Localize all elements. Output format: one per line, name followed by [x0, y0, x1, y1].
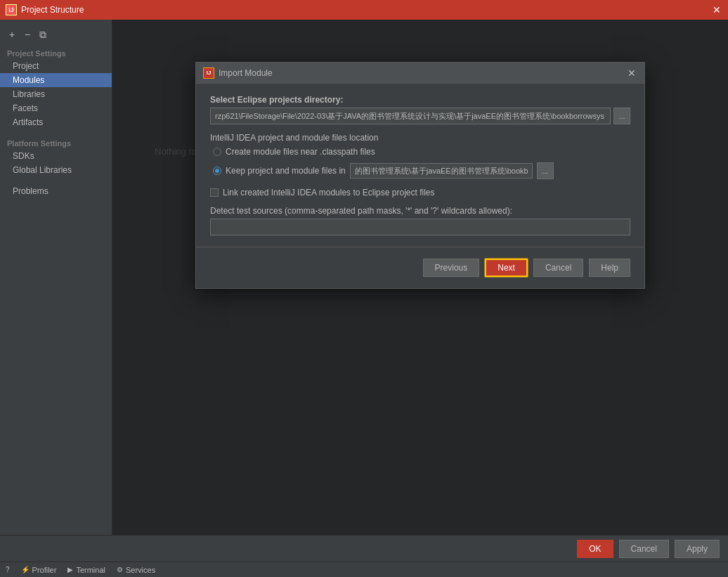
services-label: Services: [126, 566, 155, 574]
status-bar: ? ⚡ Profiler ▶ Terminal ⚙ Services: [0, 562, 728, 577]
content-area: + − ⧉ Project Settings Project Modules L…: [0, 20, 728, 535]
dialog-footer: Previous Next Cancel Help: [196, 247, 644, 288]
dialog-title-left: IJ Import Module: [203, 67, 273, 79]
detect-input[interactable]: [210, 219, 630, 235]
dialog-app-icon: IJ: [203, 67, 214, 79]
help-icon-item[interactable]: ?: [6, 566, 10, 573]
dialog-title: Import Module: [219, 68, 273, 78]
radio-item-classpath: Create module files near .classpath file…: [213, 147, 630, 157]
import-module-dialog: IJ Import Module ✕ Select Eclipse projec…: [195, 62, 645, 289]
sidebar-item-global-libraries[interactable]: Global Libraries: [0, 163, 112, 177]
main-window: IJ Project Structure ✕ + − ⧉ Project Set…: [0, 0, 728, 577]
question-icon: ?: [6, 566, 10, 573]
dialog-body: Select Eclipse projects directory: ... I…: [196, 84, 644, 247]
sidebar-item-project[interactable]: Project: [0, 59, 112, 73]
services-item[interactable]: ⚙ Services: [117, 566, 155, 574]
profiler-label: Profiler: [32, 566, 57, 574]
sidebar-item-sdks[interactable]: SDKs: [0, 149, 112, 163]
title-bar-left: IJ Project Structure: [6, 4, 84, 15]
sidebar-item-facets[interactable]: Facets: [0, 101, 112, 115]
link-checkbox[interactable]: [210, 188, 219, 197]
profiler-item[interactable]: ⚡ Profiler: [21, 566, 57, 574]
app-icon: IJ: [6, 4, 17, 15]
checkbox-row: Link created IntelliJ IDEA modules to Ec…: [210, 188, 630, 197]
directory-input-row: ...: [210, 108, 630, 124]
directory-label: Select Eclipse projects directory:: [210, 95, 630, 105]
terminal-item[interactable]: ▶ Terminal: [67, 566, 105, 574]
sidebar-item-artifacts[interactable]: Artifacts: [0, 115, 112, 129]
bottom-cancel-button[interactable]: Cancel: [619, 540, 669, 558]
radio-keep-label: Keep project and module files in: [226, 166, 346, 176]
radio-classpath-label: Create module files near .classpath file…: [226, 147, 375, 157]
ok-button[interactable]: OK: [577, 540, 613, 558]
remove-button[interactable]: −: [21, 28, 34, 41]
project-settings-label: Project Settings: [0, 46, 112, 59]
sidebar: + − ⧉ Project Settings Project Modules L…: [0, 20, 112, 535]
next-button[interactable]: Next: [485, 259, 528, 277]
modal-overlay: IJ Import Module ✕ Select Eclipse projec…: [112, 20, 728, 535]
title-bar: IJ Project Structure ✕: [0, 0, 728, 20]
link-checkbox-label: Link created IntelliJ IDEA modules to Ec…: [223, 188, 434, 197]
radio-group: Create module files near .classpath file…: [210, 147, 630, 179]
keep-path-input[interactable]: [350, 163, 533, 179]
dialog-close-button[interactable]: ✕: [626, 67, 637, 79]
profiler-icon: ⚡: [21, 566, 30, 573]
detect-label: Detect test sources (comma-separated pat…: [210, 206, 630, 216]
sidebar-nav: + − ⧉: [0, 25, 112, 46]
location-section: IntelliJ IDEA project and module files l…: [210, 133, 630, 179]
platform-settings-label: Platform Settings: [0, 136, 112, 149]
sidebar-item-modules[interactable]: Modules: [0, 73, 112, 87]
radio-item-keep: Keep project and module files in ...: [213, 162, 630, 179]
terminal-label: Terminal: [76, 566, 105, 574]
sidebar-item-problems[interactable]: Problems: [0, 184, 112, 198]
dialog-title-bar: IJ Import Module ✕: [196, 63, 644, 84]
previous-button[interactable]: Previous: [423, 259, 480, 277]
browse-button[interactable]: ...: [613, 108, 630, 124]
cancel-button[interactable]: Cancel: [533, 259, 583, 277]
bottom-toolbar: OK Cancel Apply: [0, 535, 728, 562]
location-label: IntelliJ IDEA project and module files l…: [210, 133, 630, 143]
keep-browse-button[interactable]: ...: [537, 162, 554, 179]
sidebar-item-libraries[interactable]: Libraries: [0, 87, 112, 101]
help-button[interactable]: Help: [589, 259, 630, 277]
directory-section: Select Eclipse projects directory: ...: [210, 95, 630, 124]
detect-section: Detect test sources (comma-separated pat…: [210, 206, 630, 235]
main-panel: Nothing to show IJ Import Module ✕: [112, 20, 728, 535]
terminal-icon: ▶: [67, 566, 73, 573]
apply-button[interactable]: Apply: [675, 540, 720, 558]
directory-input[interactable]: [210, 108, 611, 124]
window-title: Project Structure: [21, 5, 84, 15]
copy-button[interactable]: ⧉: [37, 28, 49, 41]
radio-classpath[interactable]: [213, 148, 221, 156]
add-button[interactable]: +: [6, 28, 18, 41]
window-close-button[interactable]: ✕: [711, 4, 722, 15]
radio-keep[interactable]: [213, 167, 221, 175]
services-icon: ⚙: [117, 566, 123, 573]
